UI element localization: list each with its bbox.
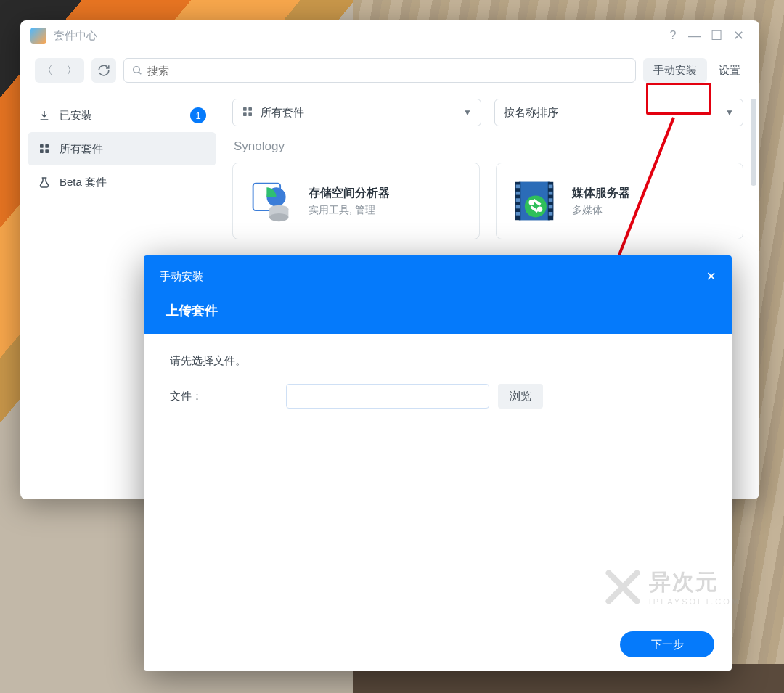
refresh-button[interactable] [91,58,116,83]
svg-rect-18 [516,185,520,189]
svg-rect-20 [516,198,520,202]
dropdown-label: 按名称排序 [504,106,558,120]
storage-analyzer-icon [246,176,295,226]
package-title: 存储空间分析器 [309,186,390,201]
svg-rect-23 [549,185,553,189]
grid-icon [242,106,253,120]
scrollbar[interactable] [751,99,756,186]
svg-rect-2 [40,144,44,148]
sidebar-item-label: 所有套件 [60,142,103,156]
package-card[interactable]: 存储空间分析器 实用工具, 管理 [232,163,480,239]
sidebar-item-installed[interactable]: 已安装 1 [28,99,216,132]
beta-icon [38,176,51,188]
package-title: 媒体服务器 [572,186,630,201]
search-input[interactable] [147,65,628,77]
back-button[interactable]: 〈 [35,58,60,83]
svg-rect-19 [516,192,520,195]
dialog-close-button[interactable]: × [706,267,716,286]
category-dropdown[interactable]: 所有套件 ▼ [232,99,481,126]
nav-buttons: 〈 〉 [35,58,84,83]
svg-point-0 [134,67,140,73]
refresh-icon [97,64,110,77]
package-card[interactable]: 媒体服务器 多媒体 [496,163,743,239]
sidebar-item-beta[interactable]: Beta 套件 [28,165,216,199]
svg-rect-25 [549,198,553,202]
search-box[interactable] [123,58,636,83]
svg-rect-21 [516,205,520,209]
next-button[interactable]: 下一步 [620,631,714,657]
dialog-title: 手动安装 [160,270,203,284]
media-server-icon [510,176,559,226]
badge: 1 [190,107,206,123]
watermark-url: IPLAYSOFT.COM [649,597,740,606]
svg-rect-24 [549,192,553,195]
grid-icon [38,143,51,155]
svg-rect-27 [549,212,553,216]
chevron-down-icon: ▼ [463,107,472,118]
manual-install-dialog: 手动安装 × 上传套件 请先选择文件。 文件： 浏览 下一步 [144,255,732,671]
svg-rect-8 [243,112,247,116]
sidebar-item-all[interactable]: 所有套件 [28,132,216,165]
toolbar: 〈 〉 手动安装 设置 [20,51,759,90]
watermark: 异次元 IPLAYSOFT.COM [604,567,740,606]
settings-button[interactable]: 设置 [714,64,745,78]
download-icon [38,110,51,121]
dialog-heading: 上传套件 [160,286,716,334]
window-title: 套件中心 [54,29,97,43]
sidebar-item-label: Beta 套件 [60,176,107,189]
svg-rect-4 [40,149,44,153]
sort-dropdown[interactable]: 按名称排序 ▼ [494,99,743,126]
maximize-button[interactable]: ☐ [706,28,727,44]
svg-point-28 [525,196,547,218]
svg-rect-7 [248,107,252,111]
watermark-name: 异次元 [649,567,740,597]
manual-install-button[interactable]: 手动安装 [643,58,707,83]
minimize-button[interactable]: — [684,28,706,44]
svg-rect-6 [243,107,247,111]
file-path-input[interactable] [286,384,489,409]
sidebar-item-label: 已安装 [60,109,92,123]
chevron-down-icon: ▼ [725,107,734,118]
search-icon [131,65,143,76]
package-subtitle: 多媒体 [572,204,630,217]
svg-rect-5 [45,149,49,153]
svg-rect-26 [549,205,553,209]
close-button[interactable]: ✕ [727,28,749,44]
file-label: 文件： [170,390,286,403]
titlebar: 套件中心 ? — ☐ ✕ [20,20,759,51]
help-button[interactable]: ? [662,29,684,42]
instruction-text: 请先选择文件。 [170,354,706,368]
dialog-header: 手动安装 × 上传套件 [144,255,732,334]
watermark-logo-icon [604,568,642,606]
svg-point-13 [269,213,288,221]
package-subtitle: 实用工具, 管理 [309,204,390,217]
dropdown-label: 所有套件 [261,106,304,120]
svg-rect-22 [516,212,520,216]
browse-button[interactable]: 浏览 [498,384,543,409]
vendor-label: Synology [234,139,743,154]
svg-rect-3 [45,144,49,148]
app-icon [30,28,46,44]
svg-line-1 [139,72,141,74]
svg-rect-9 [248,112,252,116]
dialog-footer: 下一步 [144,618,732,671]
forward-button[interactable]: 〉 [60,58,84,83]
